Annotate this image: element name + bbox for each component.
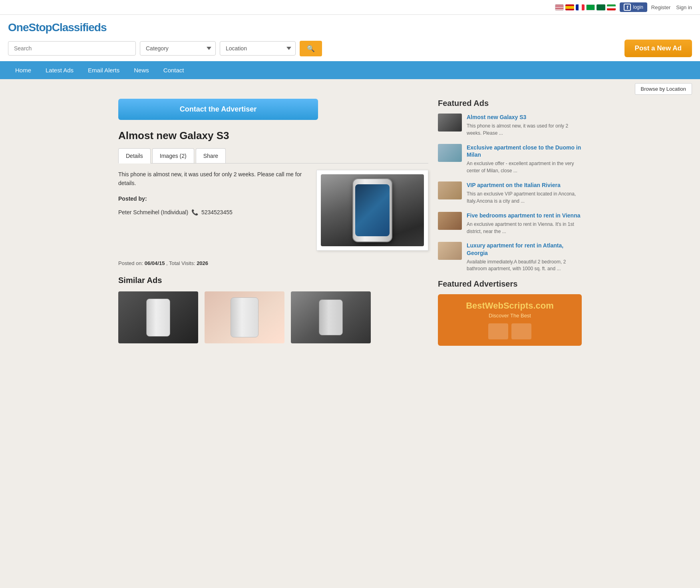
featured-ad-snippet-2: This an exclusive VIP apartment located … bbox=[467, 191, 576, 204]
phone-body-visual bbox=[352, 178, 392, 242]
similar-ad-item bbox=[118, 291, 198, 343]
facebook-icon: f bbox=[624, 4, 631, 11]
featured-ad-thumb-0 bbox=[438, 114, 462, 132]
featured-ad-item-2: VIP apartment on the Italian Riviera Thi… bbox=[438, 181, 582, 205]
contact-advertiser-button[interactable]: Contact the Advertiser bbox=[118, 99, 318, 120]
similar-ad-item bbox=[205, 291, 284, 343]
posted-by-label: Posted by: bbox=[118, 194, 307, 203]
contact-advertiser-wrap: Contact the Advertiser bbox=[118, 99, 428, 120]
poster-name-text: Peter Schmeihel (Individual) bbox=[118, 209, 188, 215]
browse-by-location-button[interactable]: Browse by Location bbox=[635, 83, 692, 95]
sign-in-link[interactable]: Sign in bbox=[676, 4, 692, 10]
featured-ad-info-2: VIP apartment on the Italian Riviera Thi… bbox=[467, 181, 582, 205]
category-select[interactable]: Category bbox=[140, 41, 216, 56]
tab-images[interactable]: Images (2) bbox=[152, 148, 194, 163]
phone-icon: 📞 bbox=[191, 208, 198, 217]
featured-ad-thumb-1 bbox=[438, 144, 462, 162]
ad-image-wrap bbox=[316, 170, 428, 251]
tab-share[interactable]: Share bbox=[196, 148, 226, 163]
featured-ad-link-4[interactable]: Luxury apartment for rent in Atlanta, Ge… bbox=[467, 242, 582, 256]
featured-ad-item-3: Five bedrooms apartment to rent in Vienn… bbox=[438, 212, 582, 235]
galaxy-visual bbox=[321, 174, 424, 246]
featured-advertisers-title: Featured Advertisers bbox=[438, 279, 582, 289]
ad-image-box bbox=[316, 170, 428, 251]
search-icon: 🔍 bbox=[307, 45, 315, 52]
featured-ad-item-4: Luxury apartment for rent in Atlanta, Ge… bbox=[438, 242, 582, 272]
flag-ir[interactable] bbox=[607, 4, 616, 10]
nav-home[interactable]: Home bbox=[8, 61, 38, 79]
header: OneStopClassifieds Category Location 🔍 P… bbox=[0, 15, 700, 61]
nav-contact[interactable]: Contact bbox=[156, 61, 191, 79]
featured-ad-snippet-4: Available immediately.A beautiful 2 bedr… bbox=[467, 259, 566, 272]
top-bar: f login Register Sign in bbox=[0, 0, 700, 15]
visits-count: 2026 bbox=[197, 260, 208, 266]
featured-ad-link-3[interactable]: Five bedrooms apartment to rent in Vienn… bbox=[467, 212, 582, 219]
advertiser-banner-name: BestWebScripts.com bbox=[444, 301, 575, 311]
location-select[interactable]: Location bbox=[220, 41, 296, 56]
similar-ad-item bbox=[291, 291, 371, 343]
featured-ads-list: Almost new Galaxy S3 This phone is almos… bbox=[438, 114, 582, 272]
phone-screen-visual bbox=[355, 184, 390, 236]
fb-login-label: login bbox=[633, 4, 643, 10]
left-content: Contact the Advertiser Almost new Galaxy… bbox=[118, 99, 428, 346]
phone-number: 5234523455 bbox=[201, 209, 233, 215]
main-layout: Contact the Advertiser Almost new Galaxy… bbox=[110, 99, 590, 358]
flag-br[interactable] bbox=[586, 4, 595, 10]
flags bbox=[555, 4, 616, 10]
similar-ads-grid bbox=[118, 291, 428, 343]
facebook-login-button[interactable]: f login bbox=[620, 2, 647, 12]
advertiser-banner: BestWebScripts.com Discover The Best bbox=[438, 294, 582, 346]
similar-ads-title: Similar Ads bbox=[118, 276, 428, 285]
featured-ad-snippet-0: This phone is almost new, it was used fo… bbox=[467, 123, 568, 136]
visits-label: Total Visits: bbox=[169, 260, 195, 266]
search-bar: Category Location 🔍 Post a New Ad bbox=[8, 40, 692, 57]
featured-ad-link-0[interactable]: Almost new Galaxy S3 bbox=[467, 114, 582, 121]
posted-date: 06/04/15 bbox=[145, 260, 165, 266]
featured-ad-snippet-1: An exclusive offer - excellent apartment… bbox=[467, 161, 574, 173]
tab-details[interactable]: Details bbox=[118, 148, 151, 163]
featured-ad-item-1: Exclusive apartment close to the Duomo i… bbox=[438, 144, 582, 174]
post-info: Posted on: 06/04/15 , Total Visits: 2026 bbox=[118, 260, 428, 266]
top-links: Register Sign in bbox=[651, 4, 692, 10]
nav-news[interactable]: News bbox=[127, 61, 156, 79]
featured-ad-info-1: Exclusive apartment close to the Duomo i… bbox=[467, 144, 582, 174]
nav-email-alerts[interactable]: Email Alerts bbox=[81, 61, 127, 79]
post-new-ad-button[interactable]: Post a New Ad bbox=[624, 40, 692, 57]
flag-fr[interactable] bbox=[576, 4, 585, 10]
ad-detail-content: This phone is almost new, it was used fo… bbox=[118, 170, 428, 251]
search-input[interactable] bbox=[8, 41, 136, 56]
advertiser-icon-1 bbox=[488, 323, 508, 339]
register-link[interactable]: Register bbox=[651, 4, 670, 10]
nav-latest-ads[interactable]: Latest Ads bbox=[38, 61, 81, 79]
ad-image-placeholder bbox=[321, 174, 424, 246]
featured-ad-snippet-3: An exclusive apartment to rent in Vienna… bbox=[467, 221, 574, 234]
search-button[interactable]: 🔍 bbox=[300, 41, 322, 56]
similar-ad-image-2 bbox=[205, 291, 284, 343]
site-title[interactable]: OneStopClassifieds bbox=[8, 21, 692, 34]
featured-ad-thumb-3 bbox=[438, 212, 462, 230]
browse-location-bar: Browse by Location bbox=[0, 79, 700, 99]
featured-ads-title: Featured Ads bbox=[438, 99, 582, 108]
flag-sa[interactable] bbox=[597, 4, 605, 10]
ad-text: This phone is almost new, it was used fo… bbox=[118, 170, 307, 251]
featured-ad-info-4: Luxury apartment for rent in Atlanta, Ge… bbox=[467, 242, 582, 272]
featured-ad-item-0: Almost new Galaxy S3 This phone is almos… bbox=[438, 114, 582, 137]
advertiser-icon-2 bbox=[511, 323, 531, 339]
featured-ad-link-1[interactable]: Exclusive apartment close to the Duomo i… bbox=[467, 144, 582, 158]
featured-ad-link-2[interactable]: VIP apartment on the Italian Riviera bbox=[467, 181, 582, 189]
posted-date-label: Posted on: bbox=[118, 260, 143, 266]
flag-us[interactable] bbox=[555, 4, 564, 10]
flag-es[interactable] bbox=[565, 4, 574, 10]
featured-ad-thumb-2 bbox=[438, 181, 462, 199]
similar-ad-image-1 bbox=[118, 291, 198, 343]
ad-title: Almost new Galaxy S3 bbox=[118, 130, 428, 142]
featured-ad-thumb-4 bbox=[438, 242, 462, 260]
advertiser-tld: .com bbox=[533, 301, 553, 311]
nav-bar: Home Latest Ads Email Alerts News Contac… bbox=[0, 61, 700, 79]
featured-ad-info-0: Almost new Galaxy S3 This phone is almos… bbox=[467, 114, 582, 137]
featured-ad-info-3: Five bedrooms apartment to rent in Vienn… bbox=[467, 212, 582, 235]
advertiser-banner-sub: Discover The Best bbox=[444, 313, 575, 319]
advertiser-name-main: BestWebScripts bbox=[466, 301, 533, 311]
ad-description: This phone is almost new, it was used fo… bbox=[118, 170, 307, 188]
tabs: Details Images (2) Share bbox=[118, 148, 428, 163]
